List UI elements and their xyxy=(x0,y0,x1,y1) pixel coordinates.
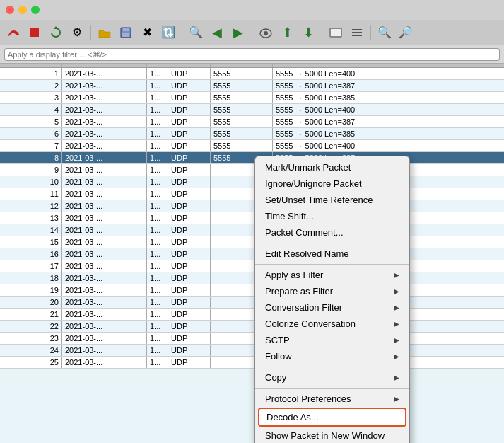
open-icon[interactable] xyxy=(95,23,114,42)
capture-icon[interactable] xyxy=(257,23,275,42)
header-info xyxy=(273,64,498,67)
menu-item-show-packet-in-new-window[interactable]: Show Packet in New Window xyxy=(255,427,409,443)
table-row[interactable]: 22021-03-...1...UDP55555555 → 5000 Len=3… xyxy=(0,80,504,92)
down-icon[interactable]: ⬇ xyxy=(299,23,317,42)
menu-item-colorize-conversation[interactable]: Colorize Conversation▶ xyxy=(255,316,409,332)
stop-icon[interactable] xyxy=(25,23,44,42)
submenu-arrow-icon: ▶ xyxy=(394,352,399,360)
table-row[interactable]: 92021-03-...1...UDPen=385 xyxy=(0,164,504,176)
svg-rect-8 xyxy=(331,29,341,36)
table-row[interactable]: 12021-03-...1...UDP55555555 → 5000 Len=4… xyxy=(0,68,504,80)
save-icon[interactable] xyxy=(117,23,135,42)
header-source-port xyxy=(211,64,273,67)
table-row[interactable]: 32021-03-...1...UDP55555555 → 5000 Len=3… xyxy=(0,92,504,104)
table-row[interactable]: 152021-03-...1...UDPen=385 xyxy=(0,236,504,248)
table-row[interactable]: 62021-03-...1...UDP55555555 → 5000 Len=3… xyxy=(0,128,504,140)
maximize-window-button[interactable] xyxy=(31,6,40,14)
submenu-arrow-icon: ▶ xyxy=(394,271,399,279)
header-signal xyxy=(498,64,504,67)
menu-item-copy[interactable]: Copy▶ xyxy=(255,369,409,386)
toolbar-separator-2 xyxy=(182,25,182,40)
context-menu: Mark/Unmark PacketIgnore/Unignore Packet… xyxy=(254,156,410,443)
svg-rect-3 xyxy=(123,28,129,31)
search-icon[interactable]: 🔍 xyxy=(187,23,205,42)
view-icon[interactable] xyxy=(327,23,345,42)
packet-table: 12021-03-...1...UDP55555555 → 5000 Len=4… xyxy=(0,64,504,369)
table-row[interactable]: 182021-03-...1...UDPen=385 xyxy=(0,272,504,284)
menu-item-decode-as-[interactable]: Decode As... xyxy=(258,408,406,427)
menu-item-time-shift-[interactable]: Time Shift... xyxy=(255,208,409,224)
table-row[interactable]: 82021-03-...1...UDP55555555 → 5000 Len=3… xyxy=(0,152,504,164)
table-row[interactable]: 102021-03-...1...UDPen=387 xyxy=(0,176,504,188)
menu-item-conversation-filter[interactable]: Conversation Filter▶ xyxy=(255,299,409,316)
submenu-arrow-icon: ▶ xyxy=(394,374,399,381)
close-window-button[interactable] xyxy=(6,6,14,14)
header-dest xyxy=(147,64,168,67)
table-row[interactable]: 212021-03-...1...UDPen=385 xyxy=(0,309,504,321)
restart-icon[interactable] xyxy=(47,23,65,42)
minimize-window-button[interactable] xyxy=(18,6,27,14)
table-row[interactable]: 232021-03-...1...UDPen=385 xyxy=(0,333,504,345)
table-row[interactable]: 192021-03-...1...UDPen=400 xyxy=(0,284,504,297)
filter-bar xyxy=(0,45,504,64)
svg-rect-0 xyxy=(30,28,39,37)
menu-separator xyxy=(255,388,409,389)
submenu-arrow-icon: ▶ xyxy=(394,395,399,403)
menu-item-protocol-preferences[interactable]: Protocol Preferences▶ xyxy=(255,391,409,407)
toolbar-separator-1 xyxy=(90,25,91,40)
header-no xyxy=(0,64,62,67)
forward-icon[interactable]: ▶ xyxy=(229,23,247,42)
table-row[interactable]: 72021-03-...1...UDP55555555 → 5000 Len=4… xyxy=(0,140,504,152)
submenu-arrow-icon: ▶ xyxy=(394,320,399,328)
back-icon[interactable]: ◀ xyxy=(208,23,226,42)
menu-separator xyxy=(255,264,409,265)
table-body: 12021-03-...1...UDP55555555 → 5000 Len=4… xyxy=(0,68,504,369)
svg-point-6 xyxy=(264,31,268,35)
header-time xyxy=(62,64,147,67)
menu-item-sctp[interactable]: SCTP▶ xyxy=(255,332,409,348)
table-row[interactable]: 172021-03-...1...UDPen=387 xyxy=(0,260,504,272)
svg-rect-10 xyxy=(352,32,362,33)
svg-marker-1 xyxy=(54,26,58,29)
toolbar-separator-3 xyxy=(252,25,252,40)
header-protocol xyxy=(168,64,211,67)
zoom-in-icon[interactable]: 🔍 xyxy=(375,23,394,42)
table-row[interactable]: 112021-03-...1...UDPen=387 xyxy=(0,188,504,200)
table-row[interactable]: 132021-03-...1...UDPen=400 xyxy=(0,212,504,224)
title-bar xyxy=(0,0,504,20)
toolbar-separator-4 xyxy=(322,25,322,40)
table-row[interactable]: 202021-03-...1...UDPen=387 xyxy=(0,297,504,309)
svg-rect-9 xyxy=(352,29,362,30)
table-row[interactable]: 42021-03-...1...UDP55555555 → 5000 Len=4… xyxy=(0,104,504,116)
table-row[interactable]: 122021-03-...1...UDPen=385 xyxy=(0,200,504,212)
settings-icon[interactable]: ⚙ xyxy=(68,23,86,42)
toolbar-separator-5 xyxy=(370,25,371,40)
menu-item-set-unset-time-reference[interactable]: Set/Unset Time Reference xyxy=(255,192,409,208)
display-filter-input[interactable] xyxy=(4,48,500,61)
close-file-icon[interactable]: ✖ xyxy=(138,23,156,42)
shark-fin-icon[interactable] xyxy=(4,23,23,42)
menu-item-prepare-as-filter[interactable]: Prepare as Filter▶ xyxy=(255,283,409,299)
table-row[interactable]: 242021-03-...1...UDPen=385 xyxy=(0,345,504,357)
list-icon[interactable] xyxy=(348,23,366,42)
menu-item-edit-resolved-name[interactable]: Edit Resolved Name xyxy=(255,246,409,262)
menu-item-ignore-unignore-packet[interactable]: Ignore/Unignore Packet xyxy=(255,176,409,192)
table-row[interactable]: 52021-03-...1...UDP55555555 → 5000 Len=3… xyxy=(0,116,504,128)
up-icon[interactable]: ⬆ xyxy=(278,23,296,42)
zoom-out-icon[interactable]: 🔎 xyxy=(397,23,415,42)
reload-icon[interactable]: 🔃 xyxy=(159,23,177,42)
submenu-arrow-icon: ▶ xyxy=(394,336,399,344)
menu-separator xyxy=(255,367,409,367)
submenu-arrow-icon: ▶ xyxy=(394,287,399,295)
table-row[interactable]: 252021-03-...1...UDPen=379 xyxy=(0,357,504,369)
menu-item-packet-comment-[interactable]: Packet Comment... xyxy=(255,224,409,241)
table-row[interactable]: 162021-03-...1...UDPen=400 xyxy=(0,248,504,260)
table-row[interactable]: 142021-03-...1...UDPen=387 xyxy=(0,224,504,236)
menu-item-apply-as-filter[interactable]: Apply as Filter▶ xyxy=(255,267,409,283)
svg-rect-11 xyxy=(352,35,362,36)
menu-separator xyxy=(255,243,409,243)
menu-item-mark-unmark-packet[interactable]: Mark/Unmark Packet xyxy=(255,159,409,176)
table-row[interactable]: 222021-03-...1...UDPen=400 xyxy=(0,321,504,333)
main-toolbar: ⚙ ✖ 🔃 🔍 ◀ ▶ ⬆ ⬇ 🔍 🔎 xyxy=(0,20,504,45)
menu-item-follow[interactable]: Follow▶ xyxy=(255,348,409,364)
